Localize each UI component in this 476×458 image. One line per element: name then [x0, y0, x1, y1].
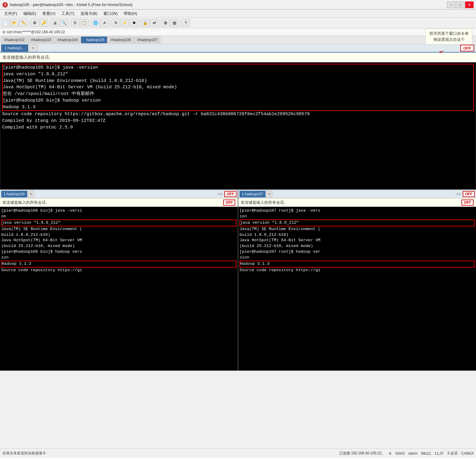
session-tab-hadoop104[interactable]: hadoop104	[54, 37, 80, 43]
right-line-7: [pier@hadoop107 root]$ hadoop ver	[240, 249, 475, 255]
split-broadcast-text-right: 发送键盘输入的所有会话。	[241, 200, 288, 205]
toolbar-help[interactable]: ?	[181, 19, 190, 27]
toolbar-sep2	[49, 20, 50, 26]
menu-bar: 文件(F) 编辑(E) 查看(V) 工具(T) 选项卡(B) 窗口(W) 帮助(…	[0, 10, 476, 18]
split-pane-right-tab-row: 1 hadoop107 + ◁ ▷ OFF	[238, 190, 476, 198]
split-pane-container: 1 hadoop106 + ◁ ▷ OFF 发送键盘输入的所有会话。 OFF […	[0, 189, 476, 371]
terminal-line-3: Java HotSpot(TM) 64-Bit Server VM (build…	[3, 84, 473, 91]
right-line-6: (build 25.212-b10, mixed mode)	[240, 243, 475, 249]
maximize-button[interactable]: □	[456, 2, 465, 8]
status-bar: 仅将文本发送到当前选项卡 已连接 192.168.40.105:22。 ⊕ SS…	[0, 448, 476, 458]
close-button[interactable]: ✕	[465, 2, 474, 8]
right-line-1: ion	[240, 214, 475, 219]
terminal-line-2: Java(TM) SE Runtime Environment (build 1…	[3, 78, 473, 84]
toolbar-layout[interactable]: ▤	[170, 19, 179, 27]
main-terminal[interactable]: [pier@hadoop105 bin]$ java -version java…	[0, 62, 476, 189]
split-pane-right-add[interactable]: +	[266, 191, 272, 197]
split-off-button-left[interactable]: OFF	[224, 191, 236, 197]
toolbar-key[interactable]: 🔑	[40, 19, 48, 27]
broadcast-text-main: 发送键盘输入的所有会话。	[2, 55, 53, 60]
add-pane-tab[interactable]: +	[29, 44, 37, 52]
split-off-btn-right-broadcast[interactable]: OFF	[461, 200, 474, 206]
right-red-box-java: java version "1.8.0_212"	[240, 219, 475, 226]
left-line-10: Source code repository https://gi	[1, 268, 236, 273]
toolbar-find[interactable]: 🔍	[60, 19, 68, 27]
toolbar-paste[interactable]: 📋	[80, 19, 89, 27]
broadcast-off-button-main[interactable]: OFF	[460, 45, 474, 51]
toolbar-sep4	[90, 20, 90, 26]
session-tab-hadoop106[interactable]: hadoop106	[108, 37, 134, 43]
menu-file[interactable]: 文件(F)	[2, 10, 20, 17]
toolbar-sep1	[29, 20, 29, 26]
split-off-button-right[interactable]: OFF	[463, 191, 475, 197]
toolbar-open[interactable]: 📂	[10, 19, 19, 27]
split-terminal-left[interactable]: [pier@hadoop106 bin]$ java -versi on jav…	[0, 207, 238, 371]
split-pane-left-tab[interactable]: 1 hadoop106	[1, 191, 27, 197]
right-line-8: sion	[240, 255, 475, 261]
split-tab-right-label: 1 hadoop107	[242, 192, 263, 196]
toolbar-new[interactable]: 📄	[1, 19, 10, 27]
session-tab-hadoop102[interactable]: hadoop102	[1, 37, 27, 43]
left-line-3: Java(TM) SE Runtime Environment (	[1, 226, 236, 232]
left-line-5: Java HotSpot(TM) 64-Bit Server VM	[1, 238, 236, 243]
terminal-line-0: [pier@hadoop105 bin]$ java -version	[3, 64, 473, 71]
annotation-box: 想关闭某个窗口命令单独设置就点击这个	[425, 28, 472, 44]
split-pane-right-tab[interactable]: 1 hadoop107	[240, 191, 266, 197]
window-title: hadoop105 - pier@hadoop105:~/bin - Xshel…	[10, 2, 132, 7]
session-tab-label-2: hadoop104	[60, 38, 78, 42]
menu-help[interactable]: 帮助(H)	[121, 10, 139, 17]
session-tab-hadoop105[interactable]: hadoop105	[81, 37, 107, 43]
status-dot: ⊕	[389, 451, 392, 456]
toolbar-copy[interactable]: ⎘	[71, 19, 80, 27]
active-tab-label: 1 hadoop1...	[5, 46, 25, 50]
toolbar-edit[interactable]: ✏️	[19, 19, 28, 27]
left-line-6: (build 25.212-b10, mixed mode)	[1, 243, 236, 249]
toolbar-print[interactable]: 🖨	[51, 19, 59, 27]
menu-edit[interactable]: 编辑(E)	[21, 10, 39, 17]
active-pane-tab-row: 1 hadoop1... + OFF	[0, 44, 476, 53]
toolbar-sep3	[70, 20, 70, 26]
window-container: X hadoop105 - pier@hadoop105:~/bin - Xsh…	[0, 0, 476, 458]
left-line-1: on	[1, 214, 236, 219]
toolbar-settings[interactable]: ⚙	[31, 19, 39, 27]
address-text: ssh://root:******@192.168.40.105:22	[7, 30, 65, 34]
terminal-line-8: Compiled by ztang on 2019-09-12T02:47Z	[2, 118, 474, 124]
split-tab-left-label: 1 hadoop106	[4, 192, 25, 196]
menu-tools[interactable]: 工具(T)	[59, 10, 77, 17]
split-pane-left-add[interactable]: +	[28, 191, 34, 197]
status-ssh: SSH2	[395, 451, 405, 456]
app-icon: X	[2, 2, 8, 8]
toolbar-refresh[interactable]: ↻	[112, 19, 120, 27]
menu-window[interactable]: 窗口(W)	[101, 10, 120, 17]
title-bar-left: X hadoop105 - pier@hadoop105:~/bin - Xsh…	[2, 2, 132, 8]
address-bar: ⊞ ssh://root:******@192.168.40.105:22	[0, 28, 476, 36]
split-terminal-right[interactable]: [pier@hadoop107 root]$ java -vers ion ja…	[238, 207, 476, 371]
toolbar-lock[interactable]: 🔒	[141, 19, 149, 27]
minimize-button[interactable]: ─	[447, 2, 455, 8]
terminal-line-4: 您在 /var/spool/mail/root 中有新邮件	[3, 91, 473, 97]
terminal-line-5: [pier@hadoop105 bin]$ hadoop version	[3, 97, 473, 104]
address-icon: ⊞	[2, 30, 5, 34]
menu-tabs[interactable]: 选项卡(B)	[78, 10, 100, 17]
session-tab-label-5: hadoop107	[139, 38, 158, 42]
active-pane-tab[interactable]: 1 hadoop1...	[1, 44, 28, 52]
toolbar-font[interactable]: A	[100, 19, 109, 27]
toolbar-disconnect[interactable]: ✖	[130, 19, 138, 27]
terminal-line-7: Source code repository https://gitbox.ap…	[2, 111, 474, 118]
split-broadcast-bar-left: 发送键盘输入的所有会话。 OFF	[0, 198, 238, 207]
menu-view[interactable]: 查看(V)	[40, 10, 58, 17]
left-line-7: [pier@hadoop106 bin]$ hadoop vers	[1, 249, 236, 255]
toolbar-connect[interactable]: ⚡	[121, 19, 129, 27]
left-line-8: ion	[1, 255, 236, 261]
session-tab-hadoop107[interactable]: hadoop107	[134, 37, 160, 43]
annotation-text: 想关闭某个窗口命令单独设置就点击这个	[429, 31, 469, 42]
status-right: 已连接 192.168.40.105:22。 ⊕ SSH2 xterm 68x1…	[339, 451, 474, 456]
split-off-btn-left-broadcast[interactable]: OFF	[223, 200, 235, 206]
toolbar-globe[interactable]: 🌐	[91, 19, 100, 27]
toolbar-grid[interactable]: ⊞	[161, 19, 170, 27]
left-red-box-hadoop: Hadoop 3.1.3	[1, 261, 236, 268]
status-size: 68x11	[421, 451, 431, 456]
toolbar-transfer[interactable]: ⇄	[150, 19, 158, 27]
terminal-line-9: Compiled with protoc 2.5.0	[2, 124, 474, 131]
session-tab-hadoop103[interactable]: hadoop103	[28, 37, 54, 43]
